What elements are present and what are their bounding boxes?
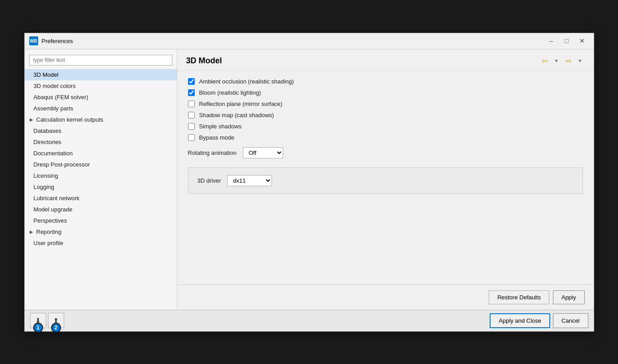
content-title: 3D Model bbox=[186, 56, 222, 66]
badge-2: 2 bbox=[51, 323, 61, 333]
sidebar-item-calc-kernel[interactable]: ▶Calculation kernel outputs bbox=[25, 114, 177, 125]
sidebar-item-label: Databases bbox=[34, 127, 61, 134]
app-icon: WB bbox=[29, 36, 38, 45]
checkbox-row-simple-shadows: Simple shadows bbox=[188, 123, 583, 130]
content-header: 3D Model ⇦ ▼ ⇨ ▼ bbox=[177, 49, 594, 71]
sidebar-item-model-colors[interactable]: 3D model colors bbox=[25, 80, 177, 92]
driver-select[interactable]: dx11dx12openglvulkan bbox=[227, 175, 272, 186]
close-button[interactable]: ✕ bbox=[575, 35, 589, 46]
driver-label: 3D driver bbox=[197, 177, 221, 184]
checkbox-label-ambient-occlusion: Ambient occlusion (realistic shading) bbox=[199, 78, 294, 85]
content-actions: Restore Defaults Apply bbox=[177, 285, 594, 310]
sidebar-item-label: User profile bbox=[34, 240, 63, 246]
sidebar: 3D Model3D model colorsAbaqus (FEM solve… bbox=[25, 49, 177, 310]
rotating-animation-row: Rotating animation OffOnAuto bbox=[188, 147, 583, 158]
checkbox-row-bloom: Bloom (realistic lighting) bbox=[188, 89, 583, 96]
checkbox-row-ambient-occlusion: Ambient occlusion (realistic shading) bbox=[188, 78, 583, 85]
footer-actions: Apply and Close Cancel bbox=[490, 313, 588, 328]
checkbox-row-reflection-plane: Reflection plane (mirror surface) bbox=[188, 101, 583, 107]
title-bar-controls: – □ ✕ bbox=[544, 35, 589, 46]
sidebar-item-user-profile[interactable]: User profile bbox=[25, 237, 177, 249]
cancel-button[interactable]: Cancel bbox=[553, 313, 588, 328]
sidebar-item-label: Licensing bbox=[34, 172, 58, 179]
sidebar-items-list: 3D Model3D model colorsAbaqus (FEM solve… bbox=[25, 69, 177, 249]
checkbox-label-shadow-map: Shadow map (cast shadows) bbox=[199, 112, 274, 118]
window-title: Preferences bbox=[42, 38, 544, 44]
checkbox-label-reflection-plane: Reflection plane (mirror surface) bbox=[199, 101, 283, 107]
checkbox-reflection-plane[interactable] bbox=[188, 101, 195, 107]
sidebar-item-model-3d[interactable]: 3D Model bbox=[25, 69, 177, 80]
driver-box: 3D driver dx11dx12openglvulkan bbox=[188, 167, 583, 194]
restore-defaults-button[interactable]: Restore Defaults bbox=[489, 290, 549, 304]
content-panel: 3D Model ⇦ ▼ ⇨ ▼ Ambient occlusion (real… bbox=[177, 49, 594, 310]
checkbox-ambient-occlusion[interactable] bbox=[188, 78, 195, 85]
nav-arrows: ⇦ ▼ ⇨ ▼ bbox=[539, 55, 585, 67]
title-bar: WB Preferences – □ ✕ bbox=[25, 33, 594, 49]
checkbox-bypass-mode[interactable] bbox=[188, 134, 195, 141]
sidebar-item-label: 3D Model bbox=[34, 71, 59, 78]
main-content: 3D Model3D model colorsAbaqus (FEM solve… bbox=[25, 49, 594, 310]
minimize-button[interactable]: – bbox=[544, 35, 559, 46]
preferences-window: WB Preferences – □ ✕ 3D Model3D model co… bbox=[24, 33, 594, 332]
rotating-animation-label: Rotating animation bbox=[188, 149, 237, 156]
nav-forward-button[interactable]: ⇨ bbox=[563, 55, 574, 67]
nav-back-button[interactable]: ⇦ bbox=[539, 55, 550, 67]
sidebar-item-licensing[interactable]: Licensing bbox=[25, 170, 177, 181]
checkboxes-container: Ambient occlusion (realistic shading)Blo… bbox=[188, 78, 583, 141]
sidebar-item-perspectives[interactable]: Perspectives bbox=[25, 215, 177, 226]
sidebar-item-model-upgrade[interactable]: Model upgrade bbox=[25, 204, 177, 215]
sidebar-item-label: 3D model colors bbox=[34, 83, 76, 89]
rotating-animation-select[interactable]: OffOnAuto bbox=[243, 147, 283, 158]
sidebar-item-abaqus[interactable]: Abaqus (FEM solver) bbox=[25, 92, 177, 103]
checkbox-shadow-map[interactable] bbox=[188, 112, 195, 118]
sidebar-item-directories[interactable]: Directories bbox=[25, 136, 177, 148]
sidebar-item-dresp[interactable]: Dresp Post-processor bbox=[25, 159, 177, 170]
sidebar-item-documentation[interactable]: Documentation bbox=[25, 148, 177, 159]
footer-icons: ⬇ 1 ⬆ 2 bbox=[30, 313, 490, 328]
sidebar-item-label: Assembly parts bbox=[34, 105, 74, 112]
filter-input[interactable] bbox=[29, 55, 172, 66]
checkbox-simple-shadows[interactable] bbox=[188, 123, 195, 130]
checkbox-row-bypass-mode: Bypass mode bbox=[188, 134, 583, 141]
sidebar-item-assembly-parts[interactable]: Assembly parts bbox=[25, 103, 177, 114]
sidebar-item-label: Dresp Post-processor bbox=[34, 161, 90, 168]
apply-close-button[interactable]: Apply and Close bbox=[490, 313, 550, 328]
sidebar-item-label: Directories bbox=[34, 139, 61, 145]
checkbox-label-simple-shadows: Simple shadows bbox=[199, 123, 242, 130]
sidebar-item-label: Documentation bbox=[34, 150, 73, 157]
sidebar-item-label: Perspectives bbox=[34, 217, 67, 224]
badge-1: 1 bbox=[33, 323, 43, 333]
checkbox-bloom[interactable] bbox=[188, 89, 195, 96]
sidebar-item-lubricant[interactable]: Lubricant network bbox=[25, 193, 177, 204]
sidebar-item-label: Logging bbox=[34, 184, 54, 190]
sidebar-item-label: Reporting bbox=[36, 228, 61, 235]
checkbox-row-shadow-map: Shadow map (cast shadows) bbox=[188, 112, 583, 118]
checkbox-label-bypass-mode: Bypass mode bbox=[199, 134, 235, 141]
sidebar-item-label: Model upgrade bbox=[34, 206, 73, 213]
settings-area: Ambient occlusion (realistic shading)Blo… bbox=[177, 71, 594, 285]
apply-button[interactable]: Apply bbox=[553, 290, 585, 304]
sidebar-item-label: Lubricant network bbox=[34, 195, 80, 202]
sidebar-item-logging[interactable]: Logging bbox=[25, 181, 177, 193]
chevron-right-icon: ▶ bbox=[28, 116, 35, 123]
nav-back-dropdown[interactable]: ▼ bbox=[552, 57, 561, 65]
maximize-button[interactable]: □ bbox=[560, 35, 574, 46]
checkbox-label-bloom: Bloom (realistic lighting) bbox=[199, 89, 261, 96]
sidebar-item-label: Calculation kernel outputs bbox=[36, 116, 104, 123]
nav-forward-dropdown[interactable]: ▼ bbox=[576, 57, 585, 65]
sidebar-item-label: Abaqus (FEM solver) bbox=[34, 94, 88, 101]
chevron-right-icon: ▶ bbox=[28, 228, 35, 235]
sidebar-item-databases[interactable]: Databases bbox=[25, 125, 177, 136]
footer: ⬇ 1 ⬆ 2 Apply and Close Cancel bbox=[25, 310, 594, 331]
sidebar-item-reporting[interactable]: ▶Reporting bbox=[25, 226, 177, 237]
